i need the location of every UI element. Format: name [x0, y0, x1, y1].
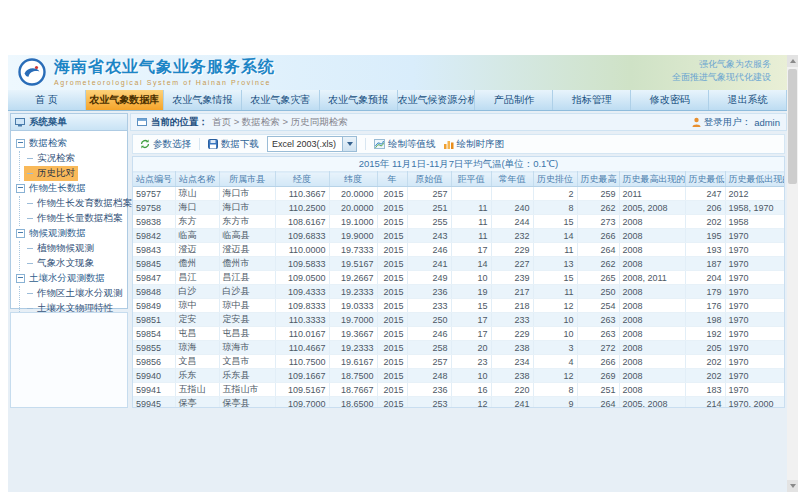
- table-cell: 2008: [619, 383, 685, 397]
- table-cell: 59842: [133, 229, 175, 243]
- timeseries-chart-icon: [444, 139, 454, 149]
- tree-item[interactable]: 实况检索: [24, 151, 78, 166]
- table-cell: 琼山: [175, 187, 219, 201]
- table-cell: 257: [407, 355, 451, 369]
- page-scrollbar[interactable]: [787, 55, 798, 492]
- table-cell: 1970: [725, 369, 785, 383]
- scroll-down-arrow[interactable]: [787, 480, 798, 492]
- table-cell: 176: [685, 299, 725, 313]
- table-cell: 1970: [725, 257, 785, 271]
- nav-tab-6[interactable]: 农业气候资源分析: [398, 90, 476, 110]
- scrollbar-thumb[interactable]: [788, 69, 797, 184]
- table-cell: 249: [407, 271, 451, 285]
- table-cell: 东方: [175, 215, 219, 229]
- table-cell: 儋州: [175, 257, 219, 271]
- table-cell: 239: [491, 271, 533, 285]
- table-cell: 19: [451, 285, 491, 299]
- table-row: 59856文昌文昌市110.750019.6167201525723234426…: [133, 355, 785, 369]
- nav-tab-8[interactable]: 指标管理: [553, 90, 631, 110]
- collapse-minus-icon[interactable]: [16, 184, 25, 193]
- tree-item[interactable]: 作物区土壤水分观测: [24, 286, 126, 301]
- draw-timeseries-button[interactable]: 绘制时序图: [444, 138, 505, 151]
- draw-isoline-button[interactable]: 绘制等值线: [374, 138, 436, 151]
- tree-group-label: 土壤水分观测数据: [29, 272, 105, 285]
- tree-leaf-icon: [27, 218, 33, 219]
- tree-group[interactable]: 数据检索: [16, 136, 125, 151]
- column-header: 所属市县: [219, 172, 275, 187]
- download-format-select[interactable]: Excel 2003(.xls): [267, 136, 357, 152]
- nav-tab-5[interactable]: 农业气象预报: [320, 90, 398, 110]
- table-cell: 海口市: [219, 201, 275, 215]
- table-cell: 59838: [133, 215, 175, 229]
- tree-group[interactable]: 土壤水分观测数据: [16, 271, 125, 286]
- table-cell: 198: [685, 313, 725, 327]
- tree-item[interactable]: 历史比对: [24, 166, 78, 181]
- params-refresh-icon: [140, 139, 150, 149]
- table-cell: 琼海: [175, 341, 219, 355]
- tree-leaf-icon: [27, 158, 33, 159]
- table-row: 59757琼山海口市110.366720.0000201525722592011…: [133, 187, 785, 201]
- tree-group[interactable]: 作物生长数据: [16, 181, 125, 196]
- table-cell: 琼中: [175, 299, 219, 313]
- table-cell: 59845: [133, 257, 175, 271]
- nav-tab-10[interactable]: 退出系统: [709, 90, 787, 110]
- table-cell: 204: [685, 271, 725, 285]
- breadcrumb[interactable]: 首页 > 数据检索 > 历史同期检索: [212, 116, 348, 129]
- table-cell: 2015: [377, 285, 407, 299]
- param-select-button[interactable]: 参数选择: [140, 138, 191, 151]
- location-label: 当前的位置：: [151, 116, 208, 129]
- table-cell: 20: [451, 341, 491, 355]
- table-cell: 保亭: [175, 397, 219, 409]
- table-cell: 1970: [725, 355, 785, 369]
- table-cell: 257: [407, 187, 451, 201]
- tree-item[interactable]: 作物生长量数据档案: [24, 211, 126, 226]
- select-dropdown-button[interactable]: [342, 137, 356, 151]
- nav-tab-9[interactable]: 修改密码: [631, 90, 709, 110]
- scroll-up-arrow[interactable]: [787, 55, 798, 67]
- data-download-button[interactable]: 数据下载: [208, 138, 259, 151]
- nav-tab-2[interactable]: 农业气象数据库: [86, 90, 164, 110]
- table-cell: 16: [451, 383, 491, 397]
- table-cell: 13: [533, 257, 577, 271]
- tree-item[interactable]: 植物物候观测: [24, 241, 97, 256]
- table-cell: 59848: [133, 285, 175, 299]
- data-table: 站点编号站点名称所属市县经度纬度年原始值距平值常年值历史排位历史最高历史最高出现…: [133, 171, 785, 408]
- nav-tab-1[interactable]: 首 页: [8, 90, 86, 110]
- toolbar-separator: [199, 138, 200, 150]
- nav-tab-3[interactable]: 农业气象情报: [164, 90, 242, 110]
- table-cell: 250: [407, 313, 451, 327]
- table-cell: 2: [533, 187, 577, 201]
- collapse-minus-icon[interactable]: [16, 139, 25, 148]
- tree-item[interactable]: 作物生长发育数据档案: [24, 196, 135, 211]
- table-cell: 59849: [133, 299, 175, 313]
- header-banner: 海南省农业气象业务服务系统 Agrometeorological System …: [8, 55, 787, 91]
- table-cell: 15: [533, 215, 577, 229]
- table-cell: 10: [533, 327, 577, 341]
- column-header: 历史最低出现的年份: [725, 172, 785, 187]
- table-cell: 262: [577, 257, 619, 271]
- table-cell: 2015: [377, 215, 407, 229]
- table-cell: 227: [491, 257, 533, 271]
- table-cell: 昌江: [175, 271, 219, 285]
- breadcrumb-bar: 当前的位置： 首页 > 数据检索 > 历史同期检索 登录用户： admin: [130, 113, 787, 131]
- nav-tab-7[interactable]: 产品制作: [475, 90, 553, 110]
- table-cell: 234: [491, 355, 533, 369]
- collapse-minus-icon[interactable]: [16, 229, 25, 238]
- table-cell: 59757: [133, 187, 175, 201]
- column-header: 距平值: [451, 172, 491, 187]
- table-cell: 214: [685, 397, 725, 409]
- table-cell: 白沙县: [219, 285, 275, 299]
- table-row: 59851定安定安县110.333319.7000201525017233102…: [133, 313, 785, 327]
- table-cell: 海口: [175, 201, 219, 215]
- table-cell: 14: [533, 229, 577, 243]
- collapse-minus-icon[interactable]: [16, 274, 25, 283]
- tree-group[interactable]: 物候观测数据: [16, 226, 125, 241]
- table-cell: 253: [407, 397, 451, 409]
- table-cell: 232: [491, 229, 533, 243]
- tree-group-label: 作物生长数据: [29, 182, 86, 195]
- table-cell: 2015: [377, 187, 407, 201]
- tree-item[interactable]: 气象水文现象: [24, 256, 97, 271]
- table-cell: 246: [407, 243, 451, 257]
- table-cell: 2015: [377, 341, 407, 355]
- nav-tab-4[interactable]: 农业气象灾害: [242, 90, 320, 110]
